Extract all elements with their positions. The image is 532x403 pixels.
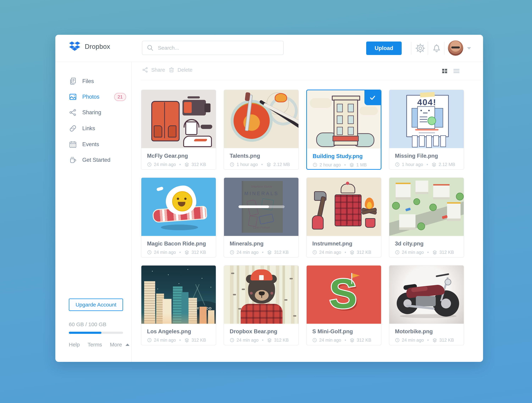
layers-icon	[349, 250, 355, 255]
layers-icon	[349, 162, 354, 167]
file-card-uploading[interactable]: Wayfarer Guide MINERALS Cyan Putnam Mine…	[224, 177, 299, 257]
more-link[interactable]: More	[110, 342, 122, 348]
nose-shape	[259, 291, 265, 295]
s-mini-golf-illustration[interactable]: S S	[307, 266, 381, 324]
terms-link[interactable]: Terms	[88, 342, 102, 348]
clock-icon	[312, 338, 317, 343]
help-link[interactable]: Help	[69, 342, 80, 348]
share-button[interactable]: Share	[142, 67, 165, 73]
brand[interactable]: Dropbox	[69, 41, 110, 52]
layers-icon	[432, 338, 437, 343]
file-name: Magic Bacon Ride.png	[147, 241, 210, 247]
file-name: Minerals.png	[230, 241, 293, 247]
file-card[interactable]: Instrumnet.png 24 min ago 312 KB	[306, 177, 381, 257]
handlebar-shape	[436, 273, 449, 277]
link-icon	[69, 124, 77, 133]
file-size: 312 KB	[191, 338, 206, 343]
yolk-shape	[172, 191, 192, 211]
sidebar-item-get-started[interactable]: Get Started	[69, 155, 126, 165]
file-name: 3d city.png	[395, 241, 458, 247]
tree-shape	[429, 204, 437, 211]
file-card[interactable]: S S S Mini-Golf.png 24 min ago 312 KB	[306, 265, 381, 345]
magic-bacon-illustration[interactable]	[141, 178, 216, 236]
sidebar-item-label: Files	[82, 78, 94, 84]
file-card-selected[interactable]: Building Study.png 2 hour ago 1 MB	[306, 90, 381, 170]
sidebar-item-events[interactable]: Events	[69, 139, 126, 150]
file-name: Instrumnet.png	[312, 241, 375, 247]
sidebar-item-photos[interactable]: Photos 21	[69, 91, 126, 102]
building-block	[396, 184, 411, 200]
sidebar-item-sharing[interactable]: Sharing	[69, 107, 126, 118]
layers-icon	[431, 162, 437, 167]
bell-icon[interactable]	[431, 43, 442, 54]
los-angeles-illustration[interactable]: HOLLYWOOD	[141, 266, 216, 324]
clock-icon	[147, 250, 152, 255]
dot-separator	[345, 252, 346, 253]
dot-separator	[427, 252, 429, 253]
mitten-shape	[312, 215, 324, 230]
upload-progress-fill	[239, 205, 269, 208]
grid-view-icon[interactable]	[441, 68, 448, 75]
mcfly-gear-illustration[interactable]	[141, 90, 216, 148]
shred-strip	[426, 135, 432, 148]
3d-city-illustration[interactable]	[389, 178, 464, 236]
clock-icon	[230, 338, 234, 343]
dot-separator	[345, 339, 346, 341]
list-view-icon[interactable]	[453, 68, 460, 75]
sharing-icon	[69, 108, 77, 116]
letter-s-graphic: S S	[307, 266, 381, 324]
file-card[interactable]: 3d city.png 24 min ago 312 KB	[389, 177, 464, 257]
calendar-icon	[69, 140, 77, 148]
motorbike-illustration[interactable]	[389, 266, 464, 324]
clock-icon	[147, 338, 152, 343]
sidebar-footer: Help Terms More	[69, 342, 129, 348]
file-time: 24 min ago	[319, 250, 341, 255]
avatar[interactable]	[448, 40, 463, 56]
file-card[interactable]: Motorbike.png 24 min ago 312 KB	[389, 265, 464, 345]
file-card[interactable]: McFly Gear.png 24 min ago 312 KB	[141, 90, 216, 170]
divider	[444, 42, 444, 55]
upload-button[interactable]: Upload	[366, 42, 402, 55]
cloud-shape	[310, 98, 332, 108]
search-input[interactable]	[158, 45, 279, 51]
file-size: 312 KB	[274, 338, 289, 343]
upgrade-account-button[interactable]: Upgarde Account	[69, 299, 123, 311]
divider	[411, 42, 412, 55]
file-card[interactable]: Dropbox Bear.png 24 min ago 312 KB	[224, 265, 299, 345]
delete-button[interactable]: Delete	[168, 67, 192, 73]
file-card[interactable]: Magic Bacon Ride.png 24 min ago 312 KB	[141, 177, 216, 257]
file-card[interactable]: Talents.png 1 hour ago 2.12 MB	[224, 90, 299, 170]
file-card[interactable]: HOLLYWOOD Los Angeles.png 24 min ago	[141, 265, 216, 345]
sidebar-item-files[interactable]: Files	[69, 76, 126, 87]
file-name: S Mini-Golf.png	[312, 328, 375, 335]
talents-illustration[interactable]	[224, 90, 298, 148]
building-study-illustration[interactable]	[307, 90, 381, 148]
clock-icon	[230, 162, 234, 167]
file-size: 2.12 MB	[439, 162, 455, 167]
building-block	[416, 181, 428, 194]
search-box[interactable]	[142, 41, 284, 55]
layers-icon	[432, 250, 437, 255]
sidebar-item-links[interactable]: Links	[69, 123, 126, 134]
instrumnet-illustration[interactable]	[307, 178, 381, 236]
file-size: 312 KB	[357, 250, 371, 255]
shred-strip	[419, 135, 425, 147]
file-size: 312 KB	[439, 338, 454, 343]
photos-icon	[69, 93, 77, 101]
caret-down-icon[interactable]	[467, 47, 471, 50]
search-icon	[147, 45, 154, 51]
minerals-illustration[interactable]: Wayfarer Guide MINERALS Cyan Putnam	[224, 178, 298, 236]
sidebar-item-label: Photos	[82, 94, 100, 100]
file-time: 24 min ago	[154, 250, 176, 255]
file-card[interactable]: 404!	[389, 90, 464, 170]
selected-check-badge[interactable]	[364, 90, 381, 105]
gear-icon[interactable]	[415, 43, 426, 54]
file-name: McFly Gear.png	[147, 153, 210, 159]
caret-up-icon[interactable]	[126, 344, 129, 346]
file-name: Motorbike.png	[395, 328, 458, 335]
layers-icon	[267, 338, 272, 343]
tape-shape	[420, 92, 435, 97]
dropbox-bear-illustration[interactable]	[224, 266, 298, 324]
layers-icon	[267, 250, 272, 255]
missing-file-illustration[interactable]: 404!	[389, 90, 464, 148]
